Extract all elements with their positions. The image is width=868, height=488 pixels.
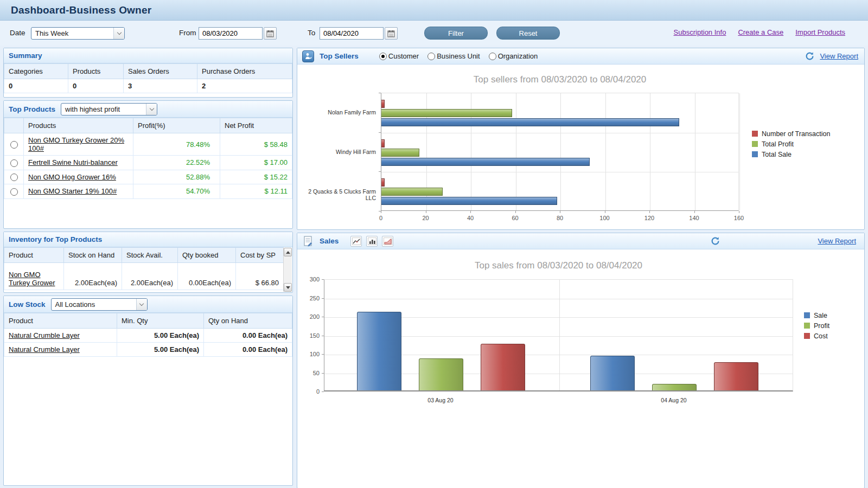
date-label: Date (10, 29, 25, 37)
radio-cell (4, 184, 24, 199)
from-calendar-button[interactable] (264, 27, 277, 40)
refresh-button[interactable] (710, 236, 720, 246)
low-stock-location-select[interactable]: All Locations (51, 298, 148, 311)
radio-customer[interactable]: Customer (379, 52, 419, 60)
total-profit-bar (381, 109, 512, 117)
legend-label: Sale (814, 312, 827, 319)
filter-button[interactable]: Filter (424, 27, 488, 40)
x-category-label: 03 Aug 20 (427, 397, 453, 403)
product-radio[interactable] (10, 174, 18, 181)
x-tick-label: 0 (379, 215, 382, 221)
product-cell: Natural Crumble Layer (4, 329, 117, 343)
gridline (516, 93, 516, 210)
line-chart-icon (352, 237, 361, 245)
summary-table: CategoriesProductsSales OrdersPurchase O… (4, 63, 292, 93)
gridline (605, 93, 606, 210)
tick-mark (322, 279, 324, 280)
stock-avail-cell: 2.00Each(ea) (122, 263, 178, 290)
total-sale-bar (381, 197, 557, 205)
to-calendar-button[interactable] (385, 27, 398, 40)
radio-organization[interactable]: Organization (489, 52, 538, 60)
product-radio[interactable] (10, 159, 18, 167)
date-range-select[interactable]: This Week (31, 27, 125, 40)
column-header-qty-on-hand: Qty on Hand (204, 313, 292, 329)
product-link[interactable]: Natural Crumble Layer (9, 331, 80, 339)
number-of-transaction-bar (381, 178, 385, 187)
gridline (381, 172, 738, 172)
top-sellers-title: Top Sellers (320, 52, 359, 60)
tick-mark (379, 93, 381, 93)
product-link[interactable]: Non GMO Turkey Grower 20% 100# (28, 136, 124, 152)
legend-item: Number of Transaction (752, 129, 830, 139)
profit-bar (652, 384, 697, 390)
top-products-filter-select[interactable]: with highest profit (61, 103, 157, 115)
table-row: Non GMO Starter 19% 100#54.70%$ 12.11 (4, 184, 292, 199)
radio-business-unit[interactable]: Business Unit (427, 52, 480, 60)
bar-chart-button[interactable] (366, 236, 378, 247)
scroll-down-button[interactable] (284, 283, 292, 292)
line-chart-button[interactable] (350, 236, 362, 247)
legend-item: Total Sale (752, 149, 830, 159)
low-stock-body: Natural Crumble Layer5.00 Each(ea)0.00 E… (4, 329, 292, 357)
profit-pct-cell: 52.88% (133, 170, 220, 184)
tick-mark (560, 211, 560, 213)
product-link[interactable]: Non GMO Turkey Grower (9, 271, 55, 287)
area-chart-button[interactable] (382, 236, 393, 247)
refresh-icon (805, 52, 814, 61)
legend-swatch (752, 131, 758, 137)
tick-mark (381, 211, 381, 213)
filter-bar: Date This Week From To Filter Reset Subs… (0, 21, 868, 46)
to-date-input[interactable] (320, 27, 384, 40)
product-link[interactable]: Fertrell Swine Nutri-balancer (28, 158, 118, 166)
view-report-link[interactable]: View Report (818, 237, 856, 245)
radio-label: Customer (388, 52, 419, 60)
radio-button-icon (427, 53, 435, 60)
total-profit-bar (381, 188, 443, 196)
radio-cell (4, 133, 24, 156)
min-qty-cell: 5.00 Each(ea) (117, 343, 204, 357)
sales-title: Sales (320, 237, 339, 245)
x-tick-label: 120 (644, 215, 654, 221)
tick-mark (379, 132, 381, 133)
product-radio[interactable] (10, 188, 18, 196)
column-header-products: Products (24, 118, 133, 133)
x-category-label: 04 Aug 20 (661, 397, 686, 403)
legend-label: Total Sale (762, 151, 792, 158)
product-link[interactable]: Natural Crumble Layer (9, 345, 80, 354)
top-sellers-icon (302, 50, 314, 62)
product-radio[interactable] (10, 141, 18, 149)
view-report-link[interactable]: View Report (820, 52, 858, 60)
inventory-scrollbar[interactable] (283, 248, 292, 292)
product-link[interactable]: Non GMO Starter 19% 100# (28, 187, 117, 195)
page-title: Dashboard-Business Owner (11, 4, 151, 16)
top-link-subscription-info[interactable]: Subscription Info (674, 28, 726, 36)
total-sale-bar (381, 118, 679, 126)
low-stock-header-row: ProductMin. QtyQty on Hand (4, 313, 292, 329)
table-row: Natural Crumble Layer5.00 Each(ea)0.00 E… (4, 329, 292, 343)
table-row: Non GMO Turkey Grower2.00Each(ea)2.00Eac… (4, 263, 284, 290)
product-link[interactable]: Non GMO Hog Grower 16% (28, 173, 116, 181)
column-header-select (4, 118, 24, 133)
top-link-create-a-case[interactable]: Create a Case (738, 28, 783, 36)
x-tick-label: 40 (467, 215, 474, 221)
product-cell: Non GMO Starter 19% 100# (24, 184, 133, 199)
qty-on-hand-cell: 0.00 Each(ea) (204, 329, 292, 343)
stock-on-hand-cell: 2.00Each(ea) (64, 263, 122, 290)
summary-value-products: 0 (68, 79, 124, 93)
from-date-input[interactable] (199, 27, 263, 40)
refresh-button[interactable] (805, 52, 814, 61)
column-header-qty-booked: Qty booked (178, 248, 236, 263)
radio-label: Business Unit (437, 52, 480, 60)
top-link-import-products[interactable]: Import Products (795, 28, 845, 36)
chevron-down-icon (146, 104, 157, 115)
scroll-up-button[interactable] (284, 248, 292, 256)
legend-item: Profit (804, 320, 829, 331)
summary-value-categories: 0 (4, 79, 68, 93)
gridline (381, 133, 738, 133)
legend-swatch (804, 312, 810, 318)
gridline (559, 280, 560, 390)
reset-button[interactable]: Reset (496, 27, 560, 40)
y-tick-label: 100 (303, 351, 320, 357)
arrow-down-icon (286, 286, 290, 289)
legend-label: Profit (814, 322, 829, 330)
